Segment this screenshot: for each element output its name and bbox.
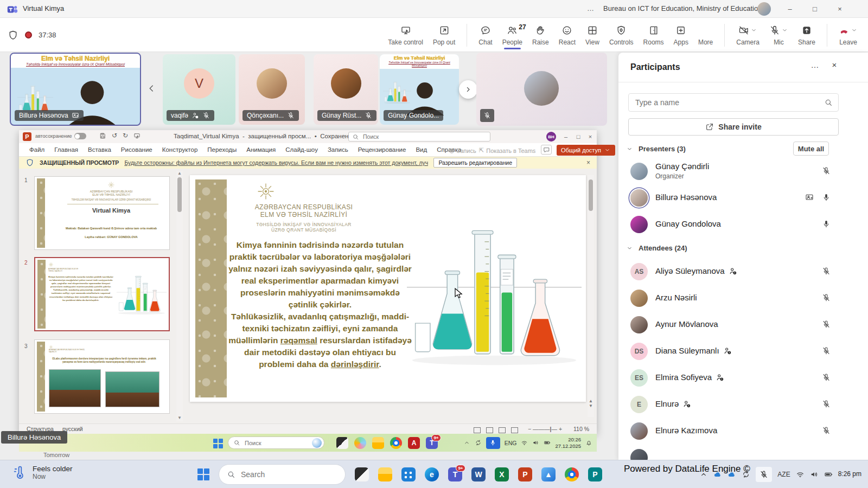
participant-row[interactable]: AS Aliyə Süleymanova [618, 259, 868, 285]
comments-button[interactable] [541, 145, 552, 155]
ribbon-tab[interactable]: Главная [49, 144, 83, 155]
video-tile-vaqifa[interactable]: V vaqifə [163, 54, 235, 125]
show-in-teams-button[interactable]: ⇱ Показать в Teams [479, 147, 535, 154]
clock[interactable]: 8:26 pm [838, 470, 861, 479]
share-invite-button[interactable]: Share invite [628, 118, 839, 136]
widgets-icon[interactable] [355, 467, 369, 481]
ribbon-tab[interactable]: Конструктор [157, 144, 203, 155]
video-tile-gunay-gondolova[interactable]: Elm və Təhsil Nazirliyi Təhsildə İnkişaf… [380, 54, 459, 125]
shared-search-input[interactable] [244, 439, 298, 447]
ribbon-tab[interactable]: Рецензирование [353, 144, 411, 155]
mic-muted-icon[interactable] [822, 400, 831, 408]
copilot-icon[interactable] [354, 437, 366, 449]
video-tile-qonchaxani[interactable]: Qönçəxanı... [239, 54, 305, 125]
toolbar-button[interactable]: Apps [669, 21, 693, 49]
toolbar-button[interactable]: Controls [604, 21, 639, 49]
ppt-search-input[interactable] [362, 133, 470, 140]
powerpoint-icon[interactable]: P [518, 467, 532, 481]
photos-icon[interactable]: ▲ [541, 467, 556, 481]
notification-bell-icon[interactable] [585, 439, 592, 446]
chrome-icon[interactable] [565, 467, 579, 481]
weather-widget[interactable]: Feels colderNow [12, 465, 73, 480]
maximize-button[interactable]: □ [803, 0, 827, 18]
record-button[interactable]: ◉ Запись [449, 147, 476, 154]
toolbar-button[interactable]: Mic [764, 21, 793, 49]
wifi-icon[interactable] [796, 470, 805, 479]
ppt-close-button[interactable]: × [583, 130, 597, 143]
word-icon[interactable]: W [471, 467, 486, 481]
scroll-tiles-right-button[interactable] [459, 80, 477, 99]
ribbon-tab[interactable]: Файл [24, 144, 49, 155]
mic-muted-icon[interactable] [822, 293, 831, 302]
microsoft-store-icon[interactable] [401, 467, 416, 481]
teams-app-icon[interactable]: T 9+ [426, 437, 438, 449]
mic-on-icon[interactable] [822, 220, 831, 228]
toolbar-button[interactable]: React [554, 21, 580, 49]
leave-button[interactable]: Leave [834, 21, 863, 49]
slide-thumbnail-1[interactable]: AZƏRBAYCAN RESPUBLİKASIELM VƏ TƏHSİL NAZ… [34, 176, 170, 250]
quick-access-toolbar[interactable]: ↺↻ [99, 132, 141, 139]
taskbar-search-input[interactable] [240, 470, 321, 479]
chevron-up-icon[interactable] [463, 439, 470, 446]
volume-icon[interactable] [532, 439, 539, 446]
toolbar-button[interactable]: Rooms [639, 21, 669, 49]
toolbar-button[interactable]: Take control [383, 21, 428, 49]
ribbon-tab[interactable]: Слайд-шоу [280, 144, 323, 155]
enable-editing-button[interactable]: Разрешить редактирование [433, 158, 517, 168]
ppt-account-avatar[interactable]: BH [546, 132, 556, 142]
participant-row[interactable]: Aynur Mövlanova [618, 312, 868, 338]
ribbon-tab[interactable]: Анимация [241, 144, 280, 155]
participant-search-input[interactable] [634, 98, 824, 107]
mic-muted-icon[interactable] [822, 166, 831, 175]
slide-scrollbar[interactable]: ▲▼ [588, 175, 594, 417]
toolbar-button[interactable]: Share [793, 21, 820, 49]
start-button-icon[interactable] [197, 468, 209, 480]
taskbar-search[interactable] [219, 464, 346, 485]
toolbar-button[interactable]: 27 People [497, 21, 527, 49]
user-avatar[interactable] [757, 2, 771, 16]
toolbar-button[interactable]: Chat [474, 21, 497, 49]
shared-taskbar-search[interactable] [228, 436, 324, 449]
language-indicator[interactable]: AZE [777, 471, 790, 478]
publisher-icon[interactable]: P [588, 467, 602, 481]
ribbon-tab[interactable]: Вид [411, 144, 432, 155]
battery-icon[interactable] [544, 439, 551, 446]
sync-icon[interactable] [475, 439, 482, 446]
mic-muted-icon[interactable] [822, 373, 831, 382]
teams-mic-indicator[interactable] [486, 437, 500, 449]
mute-all-button[interactable]: Mute all [793, 142, 829, 156]
participant-row[interactable]: ES Elmira Sofiyeva [618, 365, 868, 391]
thumbnails-scrollbar[interactable]: ▲ ▼ [176, 171, 183, 421]
volume-icon[interactable] [810, 470, 819, 479]
attendees-header[interactable]: Attendees (24) [626, 244, 687, 252]
participant-row[interactable]: DS Diana Süleymanlı [618, 338, 868, 365]
toolbar-button[interactable]: More [693, 21, 718, 49]
mic-muted-icon[interactable] [822, 426, 831, 435]
participant-row[interactable]: E Elnurə [618, 391, 868, 418]
mic-muted-icon[interactable] [822, 346, 831, 355]
titlebar-more-icon[interactable]: … [587, 4, 594, 12]
acrobat-icon[interactable]: A [408, 437, 420, 449]
mic-on-icon[interactable] [822, 193, 831, 202]
video-tile-gunay-rust[interactable]: Günay Rüst... [314, 54, 378, 125]
participant-search[interactable] [628, 93, 839, 112]
clock[interactable]: 20:2627.12.2025 [555, 436, 581, 450]
zoom-level[interactable]: 110 % [573, 426, 589, 432]
toolbar-button[interactable]: Camera [731, 21, 764, 49]
banner-close-icon[interactable]: × [586, 159, 590, 166]
ppt-search-box[interactable] [348, 132, 490, 142]
share-access-button[interactable]: Общий доступ [557, 145, 615, 156]
panel-more-icon[interactable]: … [807, 60, 822, 69]
toolbar-button[interactable]: Raise [527, 21, 554, 49]
scroll-tiles-left-icon[interactable] [145, 82, 157, 94]
excel-icon[interactable]: X [495, 467, 509, 481]
presenters-header[interactable]: Presenters (3) [626, 145, 686, 153]
file-explorer-icon[interactable] [372, 437, 384, 449]
participant-row[interactable]: Billurə Həsənova [618, 185, 868, 211]
participant-row[interactable]: Arzu Nəsirli [618, 285, 868, 312]
view-buttons[interactable] [474, 426, 524, 433]
participant-row[interactable]: Günay Gondolova [618, 211, 868, 238]
battery-icon[interactable] [824, 470, 833, 479]
autosave-toggle[interactable]: автосохранение [35, 133, 86, 139]
close-button[interactable]: × [828, 0, 852, 18]
